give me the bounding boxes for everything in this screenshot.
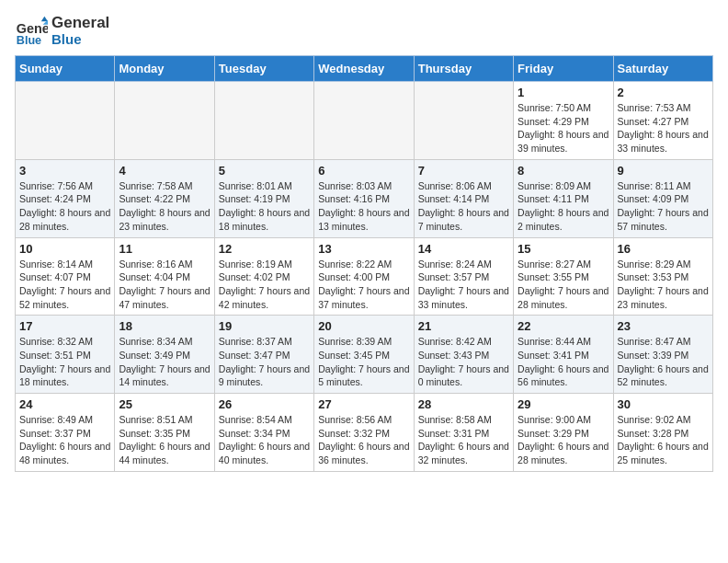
day-info: Sunrise: 7:50 AMSunset: 4:29 PMDaylight:… — [518, 101, 609, 155]
calendar-cell: 30Sunrise: 9:02 AMSunset: 3:28 PMDayligh… — [613, 394, 712, 472]
day-number: 17 — [19, 319, 110, 333]
day-info: Sunrise: 8:44 AMSunset: 3:41 PMDaylight:… — [518, 335, 609, 389]
calendar-cell — [314, 82, 414, 160]
weekday-header-thursday: Thursday — [414, 56, 513, 82]
day-info: Sunrise: 9:00 AMSunset: 3:29 PMDaylight:… — [518, 413, 609, 467]
weekday-header-tuesday: Tuesday — [214, 56, 313, 82]
day-info: Sunrise: 8:27 AMSunset: 3:55 PMDaylight:… — [518, 258, 609, 312]
weekday-header-friday: Friday — [514, 56, 613, 82]
calendar-cell: 11Sunrise: 8:16 AMSunset: 4:04 PMDayligh… — [115, 237, 214, 316]
calendar-cell: 22Sunrise: 8:44 AMSunset: 3:41 PMDayligh… — [514, 316, 613, 394]
calendar-cell: 3Sunrise: 7:56 AMSunset: 4:24 PMDaylight… — [16, 159, 115, 237]
day-number: 27 — [318, 397, 409, 411]
calendar-cell: 4Sunrise: 7:58 AMSunset: 4:22 PMDaylight… — [115, 159, 214, 237]
day-number: 4 — [119, 164, 210, 178]
logo-icon: General Blue — [15, 15, 48, 48]
calendar-cell: 29Sunrise: 9:00 AMSunset: 3:29 PMDayligh… — [514, 394, 613, 472]
day-number: 3 — [19, 164, 110, 178]
calendar-cell — [115, 82, 214, 160]
calendar-cell: 10Sunrise: 8:14 AMSunset: 4:07 PMDayligh… — [16, 237, 115, 316]
day-info: Sunrise: 8:29 AMSunset: 3:53 PMDaylight:… — [618, 258, 709, 312]
day-number: 11 — [119, 242, 210, 256]
day-info: Sunrise: 8:09 AMSunset: 4:11 PMDaylight:… — [518, 179, 609, 234]
day-info: Sunrise: 8:03 AMSunset: 4:16 PMDaylight:… — [318, 179, 409, 234]
day-info: Sunrise: 9:02 AMSunset: 3:28 PMDaylight:… — [618, 413, 709, 467]
calendar-cell: 23Sunrise: 8:47 AMSunset: 3:39 PMDayligh… — [613, 316, 712, 394]
calendar-table: SundayMondayTuesdayWednesdayThursdayFrid… — [15, 55, 713, 472]
svg-marker-2 — [41, 17, 48, 21]
calendar-cell: 24Sunrise: 8:49 AMSunset: 3:37 PMDayligh… — [16, 394, 115, 472]
logo: General Blue General Blue — [15, 15, 109, 48]
calendar-week-4: 17Sunrise: 8:32 AMSunset: 3:51 PMDayligh… — [16, 316, 713, 394]
day-info: Sunrise: 8:51 AMSunset: 3:35 PMDaylight:… — [119, 413, 210, 467]
day-info: Sunrise: 8:49 AMSunset: 3:37 PMDaylight:… — [19, 413, 110, 467]
calendar-cell: 18Sunrise: 8:34 AMSunset: 3:49 PMDayligh… — [115, 316, 214, 394]
day-info: Sunrise: 8:16 AMSunset: 4:04 PMDaylight:… — [119, 258, 210, 312]
weekday-header-sunday: Sunday — [16, 56, 115, 82]
day-number: 5 — [219, 164, 310, 178]
calendar-cell: 27Sunrise: 8:56 AMSunset: 3:32 PMDayligh… — [314, 394, 414, 472]
day-number: 8 — [518, 164, 609, 178]
day-number: 30 — [618, 397, 709, 411]
weekday-header-monday: Monday — [115, 56, 214, 82]
day-number: 29 — [518, 397, 609, 411]
day-number: 23 — [618, 319, 709, 333]
day-info: Sunrise: 7:56 AMSunset: 4:24 PMDaylight:… — [19, 179, 110, 234]
day-number: 24 — [19, 397, 110, 411]
day-info: Sunrise: 8:22 AMSunset: 4:00 PMDaylight:… — [318, 258, 409, 312]
day-number: 14 — [418, 242, 509, 256]
day-info: Sunrise: 7:58 AMSunset: 4:22 PMDaylight:… — [119, 179, 210, 234]
calendar-cell: 28Sunrise: 8:58 AMSunset: 3:31 PMDayligh… — [414, 394, 513, 472]
day-number: 6 — [318, 164, 409, 178]
day-number: 7 — [418, 164, 509, 178]
day-info: Sunrise: 8:58 AMSunset: 3:31 PMDaylight:… — [418, 413, 509, 467]
day-number: 10 — [19, 242, 110, 256]
day-info: Sunrise: 8:39 AMSunset: 3:45 PMDaylight:… — [318, 335, 409, 389]
calendar-week-2: 3Sunrise: 7:56 AMSunset: 4:24 PMDaylight… — [16, 159, 713, 237]
day-info: Sunrise: 8:42 AMSunset: 3:43 PMDaylight:… — [418, 335, 509, 389]
calendar-cell: 21Sunrise: 8:42 AMSunset: 3:43 PMDayligh… — [414, 316, 513, 394]
day-info: Sunrise: 8:47 AMSunset: 3:39 PMDaylight:… — [618, 335, 709, 389]
calendar-week-1: 1Sunrise: 7:50 AMSunset: 4:29 PMDaylight… — [16, 82, 713, 160]
calendar-cell: 5Sunrise: 8:01 AMSunset: 4:19 PMDaylight… — [214, 159, 313, 237]
day-info: Sunrise: 8:32 AMSunset: 3:51 PMDaylight:… — [19, 335, 110, 389]
day-info: Sunrise: 8:14 AMSunset: 4:07 PMDaylight:… — [19, 258, 110, 312]
day-number: 26 — [219, 397, 310, 411]
day-number: 9 — [618, 164, 709, 178]
day-number: 25 — [119, 397, 210, 411]
calendar-cell: 20Sunrise: 8:39 AMSunset: 3:45 PMDayligh… — [314, 316, 414, 394]
calendar-cell: 15Sunrise: 8:27 AMSunset: 3:55 PMDayligh… — [514, 237, 613, 316]
day-info: Sunrise: 8:54 AMSunset: 3:34 PMDaylight:… — [219, 413, 310, 467]
calendar-cell: 8Sunrise: 8:09 AMSunset: 4:11 PMDaylight… — [514, 159, 613, 237]
calendar-cell: 13Sunrise: 8:22 AMSunset: 4:00 PMDayligh… — [314, 237, 414, 316]
calendar-cell: 14Sunrise: 8:24 AMSunset: 3:57 PMDayligh… — [414, 237, 513, 316]
calendar-cell — [214, 82, 313, 160]
calendar-cell: 12Sunrise: 8:19 AMSunset: 4:02 PMDayligh… — [214, 237, 313, 316]
calendar-cell: 16Sunrise: 8:29 AMSunset: 3:53 PMDayligh… — [613, 237, 712, 316]
header: General Blue General Blue — [15, 15, 713, 48]
day-number: 2 — [618, 86, 709, 99]
calendar-cell — [16, 82, 115, 160]
calendar-cell: 6Sunrise: 8:03 AMSunset: 4:16 PMDaylight… — [314, 159, 414, 237]
calendar-cell: 17Sunrise: 8:32 AMSunset: 3:51 PMDayligh… — [16, 316, 115, 394]
logo-text-line2: Blue — [51, 32, 109, 48]
day-info: Sunrise: 7:53 AMSunset: 4:27 PMDaylight:… — [618, 101, 709, 155]
day-info: Sunrise: 8:01 AMSunset: 4:19 PMDaylight:… — [219, 179, 310, 234]
day-number: 15 — [518, 242, 609, 256]
day-info: Sunrise: 8:24 AMSunset: 3:57 PMDaylight:… — [418, 258, 509, 312]
calendar-cell: 1Sunrise: 7:50 AMSunset: 4:29 PMDaylight… — [514, 82, 613, 160]
day-info: Sunrise: 8:37 AMSunset: 3:47 PMDaylight:… — [219, 335, 310, 389]
svg-text:General: General — [17, 21, 48, 36]
calendar-cell: 9Sunrise: 8:11 AMSunset: 4:09 PMDaylight… — [613, 159, 712, 237]
day-number: 1 — [518, 86, 609, 99]
calendar-cell: 2Sunrise: 7:53 AMSunset: 4:27 PMDaylight… — [613, 82, 712, 160]
svg-text:Blue: Blue — [17, 34, 41, 47]
day-number: 28 — [418, 397, 509, 411]
weekday-header-wednesday: Wednesday — [314, 56, 414, 82]
calendar-week-5: 24Sunrise: 8:49 AMSunset: 3:37 PMDayligh… — [16, 394, 713, 472]
day-number: 20 — [318, 319, 409, 333]
logo-text-line1: General — [51, 15, 109, 32]
day-number: 16 — [618, 242, 709, 256]
calendar-cell: 19Sunrise: 8:37 AMSunset: 3:47 PMDayligh… — [214, 316, 313, 394]
day-info: Sunrise: 8:19 AMSunset: 4:02 PMDaylight:… — [219, 258, 310, 312]
